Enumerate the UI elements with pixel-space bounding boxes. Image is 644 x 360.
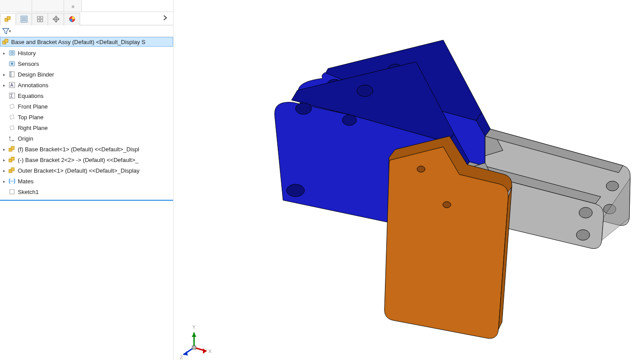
svg-point-48: [579, 207, 592, 218]
tree-item-label: Front Plane: [18, 103, 48, 110]
svg-rect-37: [11, 168, 14, 171]
tree-item[interactable]: ▸Top Plane: [0, 112, 173, 122]
tree-item-label: (f) Base Bracket<1> (Default) <<Default>…: [18, 146, 139, 153]
mates-icon: [8, 177, 16, 185]
tree-item[interactable]: ▸Sketch1: [0, 186, 173, 197]
graphics-viewport[interactable]: Z X Y: [174, 0, 644, 360]
svg-marker-31: [12, 140, 14, 142]
config-icon: [36, 16, 44, 23]
tab-dimxpert[interactable]: [48, 13, 64, 25]
tree-twisty[interactable]: ▸: [2, 147, 6, 152]
tree-twisty[interactable]: ▸: [2, 83, 6, 88]
tree-twisty[interactable]: ▸: [2, 51, 6, 56]
svg-rect-7: [41, 16, 43, 19]
tree-item[interactable]: ▸(f) Base Bracket<1> (Default) <<Default…: [0, 144, 173, 154]
feature-tree-panel: ▾ Base and Bracket Assy (Default) <Defau…: [0, 0, 174, 360]
svg-rect-39: [10, 190, 14, 194]
tree-twisty[interactable]: ▸: [2, 179, 6, 184]
svg-marker-55: [203, 348, 207, 354]
tree-item[interactable]: ▸Origin: [0, 133, 173, 144]
tree-item[interactable]: ▸Mates: [0, 176, 173, 186]
plane-icon: [8, 124, 16, 132]
tree-item-label: Mates: [18, 178, 33, 185]
svg-point-21: [11, 63, 13, 65]
part-icon: [8, 156, 16, 164]
origin-icon: [8, 134, 16, 142]
svg-point-44: [342, 115, 356, 125]
tree-item-label: Outer Bracket<1> (Default) <<Default>_Di…: [18, 167, 140, 174]
svg-rect-15: [5, 39, 8, 42]
tree-item[interactable]: ▸Outer Bracket<1> (Default) <<Default>_D…: [0, 165, 173, 176]
filter-dropdown-caret[interactable]: ▾: [9, 29, 11, 33]
svg-rect-1: [7, 16, 10, 20]
svg-point-51: [443, 202, 451, 208]
tree-root-label: Base and Bracket Assy (Default) <Default…: [11, 39, 171, 45]
appearance-icon: [69, 16, 76, 23]
tree-item-label: Sensors: [18, 61, 39, 67]
chevron-right-icon: [162, 14, 169, 21]
feature-tree: ▸History▸Sensors▸Design Binder▸AAnnotati…: [0, 47, 173, 199]
tree-twisty[interactable]: ▸: [2, 72, 6, 77]
target-icon: [53, 16, 60, 23]
svg-rect-35: [11, 157, 14, 160]
tree-item[interactable]: ▸Design Binder: [0, 69, 173, 80]
svg-text:Σ: Σ: [10, 93, 13, 98]
svg-rect-58: [192, 346, 196, 349]
tree-root[interactable]: Base and Bracket Assy (Default) <Default…: [0, 37, 173, 47]
tab-feature-tree[interactable]: [0, 13, 16, 26]
tree-twisty[interactable]: ▸: [2, 158, 6, 162]
model-view[interactable]: [174, 0, 644, 360]
assembly-icon: [2, 38, 9, 45]
part-icon: [8, 145, 16, 153]
annotations-icon: A: [8, 81, 16, 89]
tree-item[interactable]: ▸AAnnotations: [0, 80, 173, 90]
tree-item[interactable]: ▸Front Plane: [0, 101, 173, 112]
svg-text:A: A: [10, 83, 13, 88]
svg-marker-57: [192, 332, 196, 337]
plane-icon: [8, 102, 16, 110]
svg-rect-8: [37, 20, 40, 22]
svg-point-42: [296, 103, 312, 114]
tree-twisty[interactable]: ▸: [2, 168, 6, 173]
tree-item[interactable]: ▸(-) Base Bracket 2<2> -> (Default) <<De…: [0, 154, 173, 165]
triad-x-label: X: [208, 348, 212, 354]
tree-item[interactable]: ▸Right Plane: [0, 122, 173, 133]
assembly-icon: [4, 16, 12, 23]
tree-end-marker: [0, 200, 173, 201]
svg-point-43: [357, 85, 373, 97]
tree-item[interactable]: ▸ΣEquations: [0, 90, 173, 101]
tree-item-label: Design Binder: [18, 71, 54, 78]
tab-display[interactable]: [64, 13, 80, 25]
svg-marker-30: [9, 136, 11, 138]
svg-point-45: [287, 184, 304, 197]
svg-rect-6: [37, 16, 40, 19]
tree-item-label: Top Plane: [18, 114, 44, 121]
triad-y-label: Y: [192, 324, 196, 330]
equations-icon: Σ: [8, 92, 16, 100]
view-triad[interactable]: Z X Y: [178, 322, 214, 360]
list-icon: [20, 16, 28, 23]
svg-point-50: [417, 166, 425, 172]
panel-tab-row: [0, 12, 173, 25]
sensors-icon: [8, 60, 16, 68]
svg-point-46: [606, 181, 619, 191]
tree-item-label: Sketch1: [18, 189, 39, 195]
expand-panel-button[interactable]: [160, 14, 170, 23]
tree-item-label: History: [18, 50, 36, 57]
tab-configuration[interactable]: [32, 13, 48, 25]
tree-item-label: Equations: [18, 93, 44, 99]
sketch-icon: [8, 188, 16, 196]
history-icon: [8, 49, 16, 57]
svg-rect-23: [10, 72, 11, 77]
triad-z-label: Z: [180, 355, 183, 360]
svg-rect-33: [11, 146, 14, 150]
tree-item-label: Annotations: [18, 82, 49, 89]
svg-point-49: [576, 230, 590, 240]
plane-icon: [8, 113, 16, 121]
tree-item[interactable]: ▸History: [0, 48, 173, 58]
tree-item[interactable]: ▸Sensors: [0, 58, 173, 69]
tree-filter-row: ▾: [0, 25, 173, 37]
funnel-icon: [2, 28, 9, 35]
binder-icon: [8, 70, 16, 78]
tab-property-manager[interactable]: [16, 13, 32, 25]
